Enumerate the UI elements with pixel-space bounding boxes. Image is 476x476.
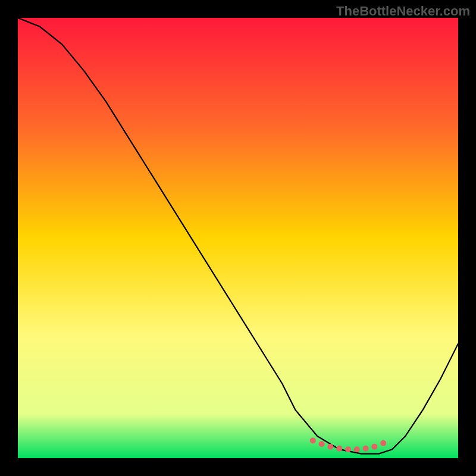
marker-dot bbox=[345, 446, 351, 452]
marker-dot bbox=[310, 437, 316, 443]
chart-canvas bbox=[18, 18, 458, 458]
marker-dot bbox=[363, 446, 369, 452]
marker-dot bbox=[327, 444, 333, 450]
marker-dot bbox=[354, 446, 360, 452]
marker-dot bbox=[371, 444, 377, 450]
watermark-label: TheBottleNecker.com bbox=[336, 4, 470, 19]
marker-dot bbox=[319, 441, 325, 447]
chart-background bbox=[18, 18, 458, 458]
marker-dot bbox=[380, 440, 386, 446]
marker-dot bbox=[336, 446, 342, 452]
chart-svg bbox=[18, 18, 458, 458]
